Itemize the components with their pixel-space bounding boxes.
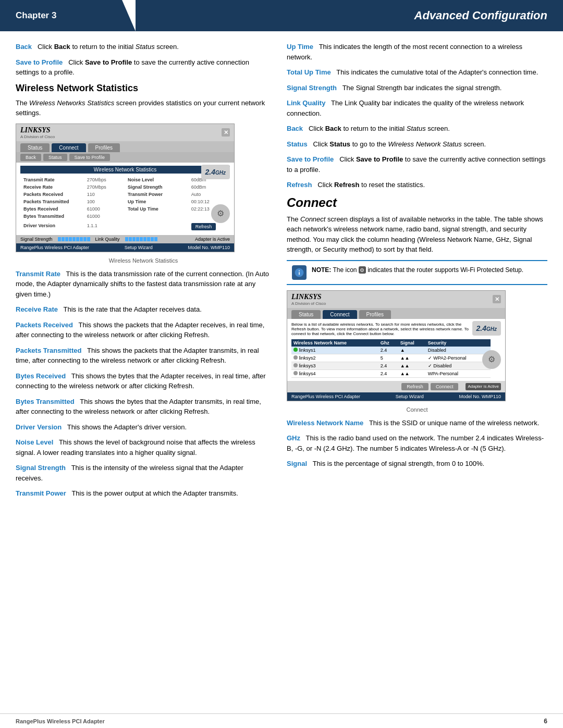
close-button[interactable]: ✕ bbox=[222, 128, 230, 137]
chapter-label: Chapter 3 bbox=[0, 0, 136, 31]
refresh-para: Refresh Click Refresh to reset the stati… bbox=[287, 180, 547, 190]
back-term-right: Back bbox=[287, 125, 303, 132]
ss-status-btn[interactable]: Status bbox=[43, 154, 67, 161]
tab-profiles[interactable]: Profiles bbox=[88, 143, 120, 152]
dot-gray-icon bbox=[293, 363, 298, 367]
ss-tabs: Status Connect Profiles bbox=[16, 141, 234, 152]
total-up-time-term: Total Up Time bbox=[287, 68, 331, 76]
driver-version-term: Driver Version bbox=[16, 423, 62, 431]
ss-refresh-btn[interactable]: Refresh bbox=[191, 223, 216, 230]
network-table: Wireless Network Name Ghz Signal Securit… bbox=[291, 339, 491, 378]
ghz-term: GHz bbox=[287, 434, 300, 442]
table-row[interactable]: linksys3 2.4 ▲▲ ✓ Disabled bbox=[291, 362, 491, 369]
bytes-received-para: Bytes Received This shows the bytes that… bbox=[16, 371, 271, 391]
connect-tab-connect[interactable]: Connect bbox=[323, 310, 357, 319]
ghz-para: GHz This is the radio band used on the n… bbox=[287, 433, 547, 453]
wns-screenshot: LINKSYS A Division of Cisco ✕ Status Con… bbox=[16, 124, 235, 252]
linksys-logo: LINKSYS bbox=[20, 126, 51, 134]
connect-tab-profiles[interactable]: Profiles bbox=[359, 310, 391, 319]
table-row[interactable]: linksys1 2.4 ▲ Disabled bbox=[291, 347, 491, 354]
save-term-right: Save to Profile bbox=[287, 155, 334, 163]
packets-received-term: Packets Received bbox=[16, 321, 73, 329]
ss-save-btn[interactable]: Save to Profile bbox=[69, 154, 111, 161]
ss-inner-title: Wireless Network Statistics bbox=[20, 166, 230, 174]
signal-term: Signal bbox=[287, 460, 307, 467]
signal-strength-para-right: Signal Strength The Signal Strength bar … bbox=[287, 83, 547, 93]
back-para: Back Click Back to return to the initial… bbox=[16, 42, 271, 52]
packets-received-para: Packets Received This shows the packets … bbox=[16, 320, 271, 340]
right-column: Up Time This indicates the length of the… bbox=[287, 42, 547, 504]
connect-footer-btns: Refresh Connect Adapter is Active bbox=[287, 381, 505, 392]
linksys-logo-area: LINKSYS A Division of Cisco bbox=[20, 126, 55, 139]
packets-transmitted-para: Packets Transmitted This shows the packe… bbox=[16, 346, 271, 366]
tab-connect[interactable]: Connect bbox=[52, 143, 85, 152]
connect-linksys-sub: A Division of Cisco bbox=[291, 301, 326, 306]
link-quality-bar bbox=[125, 237, 157, 241]
wnn-para: Wireless Network Name This is the SSID o… bbox=[287, 418, 547, 428]
status-para: Status Click Status to go to the Wireles… bbox=[287, 139, 547, 150]
noise-level-para: Noise Level This shows the level of back… bbox=[16, 437, 271, 458]
transmit-rate-para: Transmit Rate This is the data transmiss… bbox=[16, 269, 271, 300]
note-icon bbox=[292, 265, 307, 280]
connect-ss-intro: Below is a list of available wireless ne… bbox=[291, 322, 501, 336]
connect-ghz-badge: 2.4GHz bbox=[472, 321, 501, 336]
transmit-power-term: Transmit Power bbox=[16, 489, 66, 497]
connect-screenshot: LINKSYS A Division of Cisco ✕ Status Con… bbox=[287, 290, 506, 401]
page-title: Advanced Configuration bbox=[136, 0, 563, 31]
dot-green-icon bbox=[293, 348, 298, 352]
ss-stats-table: Transmit Rate270Mbps Noise Level60dBm Re… bbox=[20, 176, 230, 232]
noise-level-term: Noise Level bbox=[16, 438, 53, 446]
connect-linksys-logo-area: LINKSYS A Division of Cisco bbox=[291, 293, 326, 306]
table-row[interactable]: linksys4 2.4 ▲▲ WPA-Personal bbox=[291, 369, 491, 377]
connect-refresh-btn[interactable]: Refresh bbox=[401, 383, 429, 390]
up-time-term: Up Time bbox=[287, 43, 313, 51]
info-icon bbox=[294, 267, 304, 278]
connect-close-button[interactable]: ✕ bbox=[493, 295, 501, 303]
receive-rate-para: Receive Rate This is the rate that the A… bbox=[16, 304, 271, 315]
connect-ss-footer: RangePlus Wireless PCI Adapter Setup Wiz… bbox=[287, 392, 505, 401]
connect-tab-status[interactable]: Status bbox=[291, 310, 321, 319]
ss-toolbar: Back Status Save to Profile bbox=[16, 152, 234, 163]
link-quality-term: Link Quality bbox=[287, 99, 325, 107]
note-text: NOTE: The icon ⚙ indicates that the rout… bbox=[312, 265, 523, 275]
ghz-badge: 2.4GHz bbox=[201, 165, 230, 179]
dot-gray-icon bbox=[293, 371, 298, 375]
signal-strength-para-left: Signal Strength This is the intensity of… bbox=[16, 463, 271, 483]
wns-heading: Wireless Network Statistics bbox=[16, 83, 271, 94]
ss-back-btn[interactable]: Back bbox=[20, 154, 41, 161]
footer-left: RangePlus Wireless PCI Adapter bbox=[16, 718, 105, 724]
connect-ss-body: 2.4GHz Below is a list of available wire… bbox=[287, 319, 505, 381]
col-signal: Signal bbox=[398, 339, 426, 347]
col-ghz: Ghz bbox=[378, 339, 398, 347]
note-label: NOTE: bbox=[312, 266, 331, 274]
signal-para: Signal This is the percentage of signal … bbox=[287, 459, 547, 469]
ss-signal-row: Signal Strength Link Quality Adapter is … bbox=[16, 235, 234, 243]
connect-linksys-logo: LINKSYS bbox=[291, 293, 322, 301]
connect-heading: Connect bbox=[287, 195, 547, 210]
left-column: Back Click Back to return to the initial… bbox=[16, 42, 271, 504]
connect-connect-btn[interactable]: Connect bbox=[431, 383, 459, 390]
linksys-sub: A Division of Cisco bbox=[20, 134, 55, 139]
page-footer: RangePlus Wireless PCI Adapter 6 bbox=[0, 713, 563, 728]
connect-ss-header: LINKSYS A Division of Cisco ✕ bbox=[287, 291, 505, 308]
save-to-profile-para: Save to Profile Click Save to Profile to… bbox=[16, 57, 271, 78]
wns-caption: Wireless Network Statistics bbox=[16, 257, 271, 264]
transmit-power-para: Transmit Power This is the power output … bbox=[16, 488, 271, 499]
signal-strength-term-right: Signal Strength bbox=[287, 84, 337, 92]
page-header: Chapter 3 Advanced Configuration bbox=[0, 0, 563, 31]
save-to-profile-para-right: Save to Profile Click Save to Profile to… bbox=[287, 154, 547, 175]
adapter-active-badge: Adapter is Active bbox=[466, 383, 501, 390]
dot-gray-icon bbox=[293, 355, 298, 360]
wns-intro: The Wireless Networks Statistics screen … bbox=[16, 98, 271, 118]
table-row[interactable]: linksys2 5 ▲▲ ✓ WPA2-Personal bbox=[291, 354, 491, 362]
tab-status[interactable]: Status bbox=[20, 143, 50, 152]
packets-transmitted-term: Packets Transmitted bbox=[16, 347, 81, 354]
bytes-transmitted-para: Bytes Transmitted This shows the bytes t… bbox=[16, 397, 271, 417]
connect-intro: The Connect screen displays a list of av… bbox=[287, 214, 547, 255]
wnn-term: Wireless Network Name bbox=[287, 419, 363, 427]
link-quality-para: Link Quality The Link Quality bar indica… bbox=[287, 98, 547, 118]
wifi-icon-connect: ⚙ bbox=[482, 350, 501, 369]
col-security: Security bbox=[426, 339, 491, 347]
connect-ss-tabs: Status Connect Profiles bbox=[287, 308, 505, 319]
wifi-icon: ⚙ bbox=[211, 204, 230, 223]
